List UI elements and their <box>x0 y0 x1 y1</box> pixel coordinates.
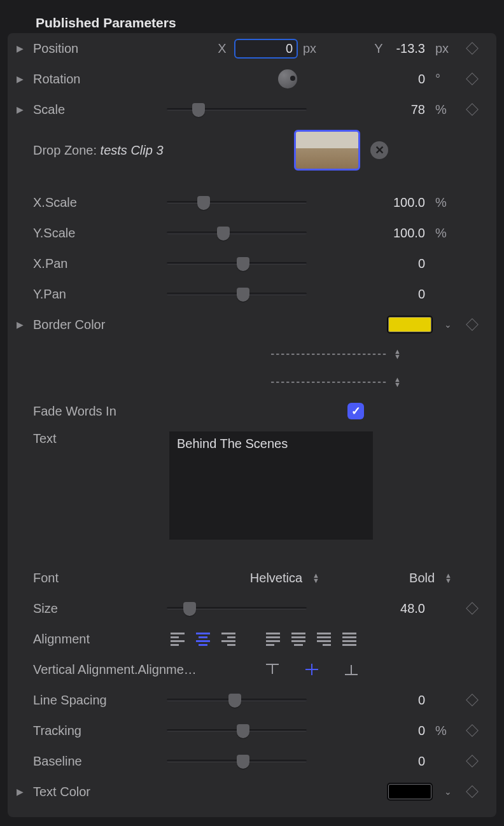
position-x-unit: px <box>303 41 319 56</box>
stepper-icon: ▲▼ <box>445 573 452 583</box>
keyframe-icon[interactable] <box>466 724 479 737</box>
border-color-label: Border Color <box>33 318 154 332</box>
scale-slider[interactable] <box>167 108 307 111</box>
justify-left-icon[interactable] <box>266 633 280 646</box>
fade-words-checkbox[interactable]: ✓ <box>347 403 364 419</box>
line-spacing-slider[interactable] <box>167 699 307 701</box>
size-value[interactable]: 48.0 <box>392 600 429 617</box>
xscale-slider[interactable] <box>167 201 307 204</box>
published-parameters-panel: ▶ Position X 0 px Y -13.3 px ▶ Rotation … <box>8 33 496 817</box>
xpan-row: ▶ X.Pan 0 <box>8 248 496 279</box>
rotation-value[interactable]: 0 <box>392 71 429 88</box>
scale-value[interactable]: 78 <box>392 101 429 118</box>
text-input[interactable] <box>169 431 373 540</box>
font-family-select[interactable]: Helvetica ▲▼ <box>250 571 319 585</box>
x-axis-label: X <box>215 41 229 56</box>
font-family-value: Helvetica <box>250 571 302 585</box>
align-left-icon[interactable] <box>171 633 185 646</box>
valign-top-icon[interactable] <box>266 664 279 675</box>
line-spacing-label: Line Spacing <box>33 693 154 708</box>
drop-zone-label: Drop Zone: tests Clip 3 <box>33 143 173 158</box>
disclosure-icon[interactable]: ▶ <box>17 74 33 84</box>
valign-bottom-icon[interactable] <box>345 664 358 675</box>
drop-zone-clip-name: tests Clip 3 <box>101 143 164 157</box>
size-slider[interactable] <box>167 607 307 610</box>
font-label: Font <box>33 571 154 585</box>
keyframe-icon[interactable] <box>466 42 479 55</box>
chevron-down-icon[interactable]: ⌄ <box>444 319 452 330</box>
position-y-input[interactable]: -13.3 <box>392 40 429 57</box>
vertical-alignment-row: ▶ Vertical Alignment.Alignme… <box>8 654 496 685</box>
tracking-slider[interactable] <box>167 729 307 732</box>
disclosure-icon[interactable]: ▶ <box>17 319 33 330</box>
border-color-swatch[interactable] <box>387 316 433 333</box>
font-weight-select[interactable]: Bold ▲▼ <box>409 571 452 585</box>
position-x-input[interactable]: 0 <box>234 39 298 59</box>
rotation-dial[interactable] <box>278 69 297 88</box>
chevron-down-icon[interactable]: ⌄ <box>444 787 452 797</box>
ypan-row: ▶ Y.Pan 0 <box>8 279 496 309</box>
keyframe-icon[interactable] <box>466 755 479 767</box>
rotation-unit: ° <box>435 72 452 87</box>
xscale-value[interactable]: 100.0 <box>389 194 429 211</box>
yscale-value[interactable]: 100.0 <box>389 225 429 242</box>
line-spacing-row: ▶ Line Spacing 0 <box>8 685 496 715</box>
keyframe-icon[interactable] <box>466 103 479 116</box>
ypan-value[interactable]: 0 <box>392 286 429 303</box>
drop-zone-clear-button[interactable]: ✕ <box>370 141 388 159</box>
baseline-value[interactable]: 0 <box>392 753 429 770</box>
justify-center-icon[interactable] <box>291 633 305 646</box>
yscale-slider[interactable] <box>167 232 307 234</box>
tracking-value[interactable]: 0 <box>392 722 429 739</box>
justify-right-icon[interactable] <box>317 633 331 646</box>
stepper-icon[interactable]: ▲▼ <box>394 377 401 387</box>
tracking-row: ▶ Tracking 0 % <box>8 715 496 746</box>
tracking-unit: % <box>435 724 452 738</box>
line-spacing-value[interactable]: 0 <box>392 692 429 709</box>
scale-row: ▶ Scale 78 % <box>8 94 496 125</box>
keyframe-icon[interactable] <box>466 785 479 798</box>
scale-label: Scale <box>33 102 154 117</box>
keyframe-icon[interactable] <box>466 318 479 331</box>
fade-words-label: Fade Words In <box>33 404 224 419</box>
xscale-unit: % <box>435 195 452 210</box>
stepper-icon[interactable]: ▲▼ <box>394 349 401 359</box>
ypan-slider[interactable] <box>167 293 307 295</box>
empty-param-1: ----------------------- ▲▼ <box>8 340 496 368</box>
xscale-label: X.Scale <box>33 195 154 210</box>
xpan-slider[interactable] <box>167 262 307 265</box>
baseline-label: Baseline <box>33 754 154 769</box>
yscale-unit: % <box>435 226 452 241</box>
position-row: ▶ Position X 0 px Y -13.3 px <box>8 33 496 64</box>
drop-zone-row: ▶ Drop Zone: tests Clip 3 ✕ <box>8 125 496 176</box>
empty-dropdown[interactable]: ----------------------- <box>270 375 388 389</box>
keyframe-icon[interactable] <box>466 694 479 706</box>
justify-full-icon[interactable] <box>342 633 356 646</box>
disclosure-icon[interactable]: ▶ <box>17 787 33 797</box>
xscale-row: ▶ X.Scale 100.0 % <box>8 187 496 218</box>
disclosure-icon[interactable]: ▶ <box>17 43 33 53</box>
drop-zone-thumbnail[interactable] <box>294 130 360 171</box>
font-weight-value: Bold <box>409 571 435 585</box>
empty-dropdown[interactable]: ----------------------- <box>270 347 388 361</box>
text-row: ▶ Text <box>8 426 496 551</box>
disclosure-icon[interactable]: ▶ <box>17 104 33 115</box>
keyframe-icon[interactable] <box>466 73 479 85</box>
font-row: ▶ Font Helvetica ▲▼ Bold ▲▼ <box>8 563 496 593</box>
size-row: ▶ Size 48.0 <box>8 593 496 624</box>
scale-unit: % <box>435 102 452 117</box>
text-color-label: Text Color <box>33 785 154 799</box>
valign-middle-icon[interactable] <box>305 664 318 675</box>
text-label: Text <box>33 431 154 446</box>
size-label: Size <box>33 601 154 616</box>
baseline-slider[interactable] <box>167 760 307 762</box>
alignment-row: ▶ Alignment <box>8 624 496 654</box>
position-label: Position <box>33 41 154 56</box>
align-center-icon[interactable] <box>196 633 210 646</box>
text-color-swatch[interactable] <box>387 783 433 801</box>
align-right-icon[interactable] <box>221 633 235 646</box>
empty-param-2: ----------------------- ▲▼ <box>8 368 496 396</box>
keyframe-icon[interactable] <box>466 602 479 615</box>
xpan-value[interactable]: 0 <box>392 255 429 272</box>
yscale-label: Y.Scale <box>33 226 154 241</box>
